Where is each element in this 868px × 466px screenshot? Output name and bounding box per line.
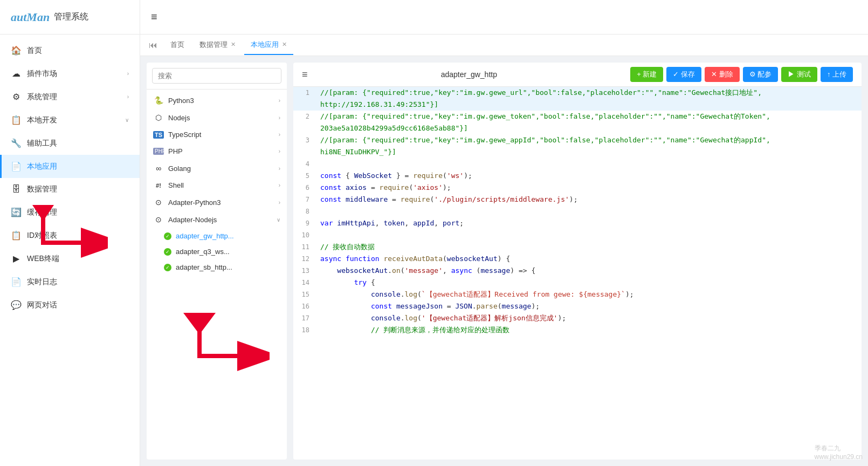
sidebar-item-web-chat[interactable]: 💬 网页对话 [0, 293, 140, 317]
tree-item-php[interactable]: PHP PHP › [147, 143, 287, 160]
logo-text: autMan [11, 10, 50, 24]
tree-item-golang[interactable]: ∞ Golang › [147, 160, 287, 177]
line-content: // 判断消息来源，并传递给对应的处理函数 [315, 324, 862, 336]
line-content: const axios = require('axios'); [315, 182, 862, 194]
gear-icon: ⚙ [11, 92, 22, 102]
sidebar-item-label: 插件市场 [27, 69, 122, 79]
new-button[interactable]: + 新建 [630, 67, 663, 82]
line-number: 7 [293, 194, 315, 205]
line-content: const { WebSocket } = require('ws'); [315, 170, 862, 182]
code-line-8: 8 [293, 205, 862, 217]
sidebar-item-data-mgmt[interactable]: 🗄 数据管理 [0, 178, 140, 201]
line-content: const messageJson = JSON.parse(message); [315, 300, 862, 312]
chevron-right-icon: › [127, 94, 129, 100]
code-line-2b: 203ae5a1028b4299a5d9cc6168e5ab88"}] [293, 122, 862, 134]
sidebar-item-id-table[interactable]: 📋 ID对照表 [0, 224, 140, 247]
code-line-5: 5 const { WebSocket } = require('ws'); [293, 170, 862, 182]
tab-skip-button[interactable]: ⏮ [149, 40, 157, 50]
line-number [293, 99, 315, 111]
chevron-right-icon: › [279, 182, 280, 188]
tree-sub-item-label: adapter_sb_http... [176, 263, 232, 271]
line-content: var imHttpApi, token, appId, port; [315, 217, 862, 229]
line-number: 4 [293, 158, 315, 170]
sidebar-item-label: 网页对话 [27, 300, 129, 310]
line-number: 5 [293, 170, 315, 182]
line-number: 18 [293, 324, 315, 336]
sidebar-item-system[interactable]: ⚙ 系统管理 › [0, 85, 140, 108]
watermark: 季春二九 www.jichun29.cn [815, 444, 863, 461]
line-number: 16 [293, 300, 315, 312]
doc-icon: 📋 [11, 115, 22, 125]
line-content [315, 229, 862, 241]
tree-item-adapter-nodejs[interactable]: ⊙ Adapter-Nodejs ∨ [147, 211, 287, 228]
tree-item-label: Shell [168, 181, 274, 189]
config-button[interactable]: ⚙ 配参 [743, 67, 779, 82]
chevron-right-icon: › [279, 200, 280, 205]
line-content: http://192.168.31.49:2531"}] [315, 99, 862, 111]
line-content: 203ae5a1028b4299a5d9cc6168e5ab88"}] [315, 122, 862, 134]
content-area: 🐍 Python3 › ⬡ Nodejs › TS TypeScript › P… [140, 56, 868, 466]
tree-item-nodejs[interactable]: ⬡ Nodejs › [147, 109, 287, 126]
sidebar-item-local-dev[interactable]: 📋 本地开发 ∨ [0, 108, 140, 132]
code-line-3b: hi8NE_NIuDHKPV_"}] [293, 146, 862, 158]
line-content: const middleware = require('./plugin/scr… [315, 194, 862, 205]
tree-sub-item-label: adapter_gw_http... [176, 232, 234, 240]
sidebar-item-label: WEB终端 [27, 254, 129, 264]
tool-icon: 🔧 [11, 138, 22, 148]
sidebar-item-label: 本地应用 [27, 162, 129, 172]
sidebar-item-tools[interactable]: 🔧 辅助工具 [0, 132, 140, 155]
sidebar-item-home[interactable]: 🏠 首页 [0, 39, 140, 62]
chevron-right-icon: › [279, 166, 280, 172]
tree-sub-item-adapter-q3-ws[interactable]: adapter_q3_ws... [147, 244, 287, 259]
tree-sub-item-adapter-sb-http[interactable]: adapter_sb_http... [147, 259, 287, 275]
status-green-icon [164, 248, 171, 256]
tabs-bar: ⏮ 首页 数据管理 ✕ 本地应用 ✕ [140, 35, 868, 56]
editor-menu-icon[interactable]: ≡ [302, 69, 308, 80]
line-content: async function receiveAutData(websocketA… [315, 253, 862, 265]
code-line-17: 17 console.log('【gewechat适配器】解析json信息完成'… [293, 312, 862, 324]
tab-data-mgmt-close[interactable]: ✕ [231, 41, 236, 48]
code-line-11: 11 // 接收自动数据 [293, 241, 862, 253]
search-input[interactable] [152, 68, 281, 84]
code-line-1: 1 //[param: {"required":true,"key":"im.g… [293, 87, 862, 99]
upload-button[interactable]: ↑ 上传 [821, 67, 853, 82]
golang-icon: ∞ [153, 164, 164, 173]
sidebar-item-web-terminal[interactable]: ▶ WEB终端 [0, 247, 140, 270]
file-tree: 🐍 Python3 › ⬡ Nodejs › TS TypeScript › P… [147, 90, 287, 460]
tree-item-python3[interactable]: 🐍 Python3 › [147, 92, 287, 109]
code-line-2: 2 //[param: {"required":true,"key":"im.g… [293, 111, 862, 122]
sidebar-item-plugins[interactable]: ☁ 插件市场 › [0, 62, 140, 85]
tree-item-label: Golang [168, 165, 274, 173]
tab-local-app[interactable]: 本地应用 ✕ [244, 36, 293, 55]
tab-home-label: 首页 [170, 40, 184, 50]
sidebar-item-local-app[interactable]: 📄 本地应用 [0, 155, 140, 178]
menu-toggle-button[interactable]: ≡ [151, 11, 157, 23]
code-area[interactable]: 1 //[param: {"required":true,"key":"im.g… [293, 87, 862, 460]
line-content [315, 205, 862, 217]
tree-item-typescript[interactable]: TS TypeScript › [147, 126, 287, 143]
tree-item-label: TypeScript [168, 131, 274, 139]
line-number [293, 146, 315, 158]
save-button[interactable]: ✓ 保存 [666, 67, 701, 82]
line-number: 8 [293, 205, 315, 217]
terminal-icon: ▶ [11, 253, 22, 264]
sidebar-item-realtime-log[interactable]: 📄 实时日志 [0, 270, 140, 293]
sidebar-item-cache[interactable]: 🔄 缓存清理 [0, 201, 140, 224]
adapter-nodejs-icon: ⊙ [153, 215, 164, 224]
code-line-3: 3 //[param: {"required":true,"key":"im.g… [293, 134, 862, 146]
delete-button[interactable]: ✕ 删除 [705, 67, 740, 82]
nodejs-icon: ⬡ [153, 113, 164, 122]
tab-data-mgmt[interactable]: 数据管理 ✕ [193, 36, 242, 55]
chat-icon: 💬 [11, 300, 22, 310]
tree-sub-item-adapter-gw-http[interactable]: adapter_gw_http... [147, 228, 287, 244]
tab-data-mgmt-label: 数据管理 [199, 40, 228, 50]
tab-local-app-close[interactable]: ✕ [282, 41, 287, 48]
line-number: 13 [293, 265, 315, 277]
code-line-4: 4 [293, 158, 862, 170]
tree-sub-item-label: adapter_q3_ws... [176, 248, 230, 256]
test-button[interactable]: ▶ 测试 [781, 67, 817, 82]
tab-home[interactable]: 首页 [164, 36, 191, 55]
tree-item-adapter-python3[interactable]: ⊙ Adapter-Python3 › [147, 194, 287, 211]
tree-item-shell[interactable]: #! Shell › [147, 177, 287, 194]
code-line-9: 9 var imHttpApi, token, appId, port; [293, 217, 862, 229]
